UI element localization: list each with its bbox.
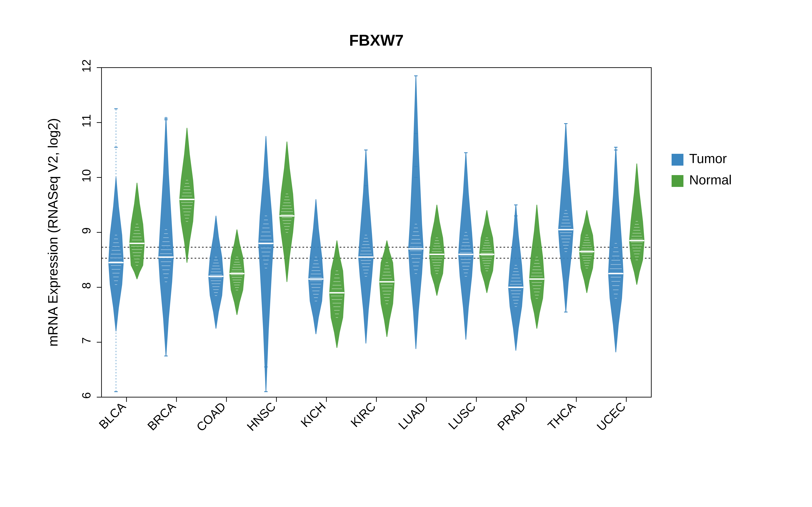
x-tick-label: KIRC xyxy=(348,399,378,430)
violin-body xyxy=(208,216,223,329)
violin-body xyxy=(358,150,373,343)
y-tick-label: 12 xyxy=(80,59,93,72)
x-tick-label: BRCA xyxy=(145,399,178,433)
y-tick-label: 9 xyxy=(80,227,93,234)
legend-item-tumor: Tumor xyxy=(689,151,727,166)
violin-body xyxy=(379,241,395,337)
x-tick-label: COAD xyxy=(194,399,229,434)
x-tick-label: BLCA xyxy=(96,399,129,432)
y-tick-label: 7 xyxy=(80,337,93,344)
violin-body xyxy=(408,76,423,349)
x-tick-label: LUSC xyxy=(446,399,478,432)
legend-swatch xyxy=(672,154,683,166)
y-tick-label: 6 xyxy=(80,392,93,399)
y-tick-label: 10 xyxy=(80,169,93,182)
violin-body xyxy=(180,128,195,263)
y-tick-label: 11 xyxy=(80,114,93,127)
y-tick-label: 8 xyxy=(80,282,93,289)
violin-body xyxy=(558,124,573,312)
x-tick-label: PRAD xyxy=(495,399,528,433)
violin-body xyxy=(130,183,145,279)
x-tick-label: KICH xyxy=(298,399,328,430)
chart-container: FBXW76789101112mRNA Expression (RNASeq V… xyxy=(0,0,812,507)
chart-title: FBXW7 xyxy=(349,32,404,49)
x-tick-label: THCA xyxy=(545,399,578,433)
y-axis-label: mRNA Expression (RNASeq V2, log2) xyxy=(45,118,60,347)
violin-body xyxy=(329,241,344,348)
legend-item-normal: Normal xyxy=(689,172,732,187)
legend-swatch xyxy=(672,175,683,187)
violin-body xyxy=(429,205,444,295)
chart-svg: FBXW76789101112mRNA Expression (RNASeq V… xyxy=(0,0,812,507)
violin-body xyxy=(479,210,495,293)
x-tick-label: UCEC xyxy=(594,399,628,434)
violin-body xyxy=(158,117,173,356)
violin-body xyxy=(308,200,323,334)
x-tick-label: LUAD xyxy=(396,399,428,432)
x-tick-label: HNSC xyxy=(244,399,278,434)
violin-body xyxy=(608,147,623,352)
violin-body xyxy=(508,205,523,350)
